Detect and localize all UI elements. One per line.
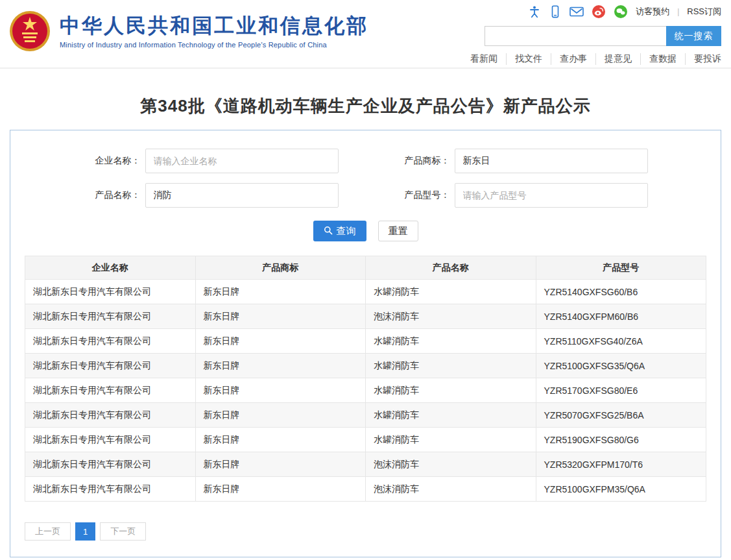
wechat-icon[interactable] (614, 5, 628, 19)
company-name-input[interactable] (145, 149, 339, 173)
table-cell: 湖北新东日专用汽车有限公司 (25, 280, 196, 304)
field-product-brand: 产品商标： (393, 149, 648, 173)
table-cell: 泡沫消防车 (366, 452, 536, 477)
table-cell: 湖北新东日专用汽车有限公司 (25, 354, 196, 378)
prev-page-button[interactable]: 上一页 (25, 522, 71, 541)
table-cell: YZR5110GXFSG40/Z6A (536, 329, 706, 354)
form-buttons: 查询 重置 (25, 221, 706, 241)
product-brand-input[interactable] (455, 149, 648, 173)
table-cell: 湖北新东日专用汽车有限公司 (25, 403, 196, 428)
site-subtitle: Ministry of Industry and Information Tec… (60, 41, 368, 49)
link-separator: | (677, 7, 679, 16)
product-name-label: 产品名称： (84, 189, 141, 201)
unified-search-input[interactable] (485, 26, 666, 46)
field-product-model: 产品型号： (393, 183, 648, 208)
weibo-icon[interactable] (592, 5, 606, 19)
table-row: 湖北新东日专用汽车有限公司新东日牌水罐消防车YZR5100GXFSG35/Q6A (25, 354, 706, 378)
table-cell: 泡沫消防车 (366, 304, 536, 329)
table-cell: 湖北新东日专用汽车有限公司 (25, 428, 196, 452)
table-cell: 水罐消防车 (366, 428, 536, 452)
nav-item-documents[interactable]: 找文件 (506, 53, 551, 65)
next-page-button[interactable]: 下一页 (100, 522, 146, 541)
table-row: 湖北新东日专用汽车有限公司新东日牌水罐消防车YZR5140GXFSG60/B6 (25, 280, 706, 304)
product-brand-label: 产品商标： (393, 155, 450, 167)
rss-subscribe-link[interactable]: RSS订阅 (687, 6, 721, 18)
nav-item-feedback[interactable]: 提意见 (595, 53, 640, 65)
column-header-company: 企业名称 (25, 256, 196, 280)
table-cell: YZR5320GXFPM170/T6 (536, 452, 706, 477)
nav-item-news[interactable]: 看新闻 (462, 53, 506, 65)
table-cell: 水罐消防车 (366, 280, 536, 304)
page: 中华人民共和国工业和信息化部 Ministry of Industry and … (0, 0, 731, 560)
query-button-label: 查询 (337, 225, 356, 237)
column-header-brand: 产品商标 (195, 256, 366, 280)
nav-item-services[interactable]: 查办事 (551, 53, 595, 65)
nav-item-complaint[interactable]: 要投诉 (685, 53, 721, 65)
company-name-label: 企业名称： (84, 155, 141, 167)
table-row: 湖北新东日专用汽车有限公司新东日牌水罐消防车YZR5170GXFSG80/E6 (25, 378, 706, 403)
table-cell: YZR5100GXFPM35/Q6A (536, 477, 706, 502)
table-row: 湖北新东日专用汽车有限公司新东日牌水罐消防车YZR5110GXFSG40/Z6A (25, 329, 706, 354)
query-panel: 企业名称： 产品商标： 产品名称： 产品型号： (10, 130, 721, 557)
table-cell: 湖北新东日专用汽车有限公司 (25, 378, 196, 403)
table-cell: 湖北新东日专用汽车有限公司 (25, 304, 196, 329)
table-body: 湖北新东日专用汽车有限公司新东日牌水罐消防车YZR5140GXFSG60/B6湖… (25, 280, 706, 502)
table-cell: YZR5170GXFSG80/E6 (536, 378, 706, 403)
column-header-model: 产品型号 (536, 256, 706, 280)
table-cell: 新东日牌 (195, 280, 366, 304)
table-row: 湖北新东日专用汽车有限公司新东日牌泡沫消防车YZR5140GXFPM60/B6 (25, 304, 706, 329)
table-cell: 泡沫消防车 (366, 477, 536, 502)
results-table: 企业名称 产品商标 产品名称 产品型号 湖北新东日专用汽车有限公司新东日牌水罐消… (25, 256, 706, 502)
table-cell: 水罐消防车 (366, 378, 536, 403)
table-cell: 水罐消防车 (366, 329, 536, 354)
national-emblem-logo (9, 10, 51, 52)
table-row: 湖北新东日专用汽车有限公司新东日牌水罐消防车YZR5070GXFSG25/B6A (25, 403, 706, 428)
table-head: 企业名称 产品商标 产品名称 产品型号 (25, 256, 706, 280)
table-cell: 新东日牌 (195, 378, 366, 403)
table-header-row: 企业名称 产品商标 产品名称 产品型号 (25, 256, 706, 280)
query-button[interactable]: 查询 (313, 221, 366, 241)
accessibility-icon[interactable] (528, 5, 541, 18)
mobile-icon[interactable] (549, 5, 562, 18)
product-name-input[interactable] (145, 183, 339, 208)
table-cell: 湖北新东日专用汽车有限公司 (25, 452, 196, 477)
field-company-name: 企业名称： (84, 149, 339, 173)
product-model-label: 产品型号： (393, 189, 450, 201)
form-row-1: 企业名称： 产品商标： (25, 149, 706, 173)
product-model-input[interactable] (455, 183, 648, 208)
table-cell: YZR5140GXFPM60/B6 (536, 304, 706, 329)
form-row-2: 产品名称： 产品型号： (25, 183, 706, 208)
column-header-product: 产品名称 (366, 256, 536, 280)
site-header: 中华人民共和国工业和信息化部 Ministry of Industry and … (0, 0, 731, 69)
table-cell: YZR5190GXFSG80/G6 (536, 428, 706, 452)
site-titles: 中华人民共和国工业和信息化部 Ministry of Industry and … (60, 14, 368, 48)
unified-search-button[interactable]: 统一搜索 (666, 26, 721, 46)
search-icon (324, 226, 333, 237)
table-cell: 水罐消防车 (366, 354, 536, 378)
table-cell: 湖北新东日专用汽车有限公司 (25, 477, 196, 502)
table-cell: 新东日牌 (195, 329, 366, 354)
reset-button[interactable]: 重置 (378, 221, 418, 241)
pagination: 上一页 1 下一页 (25, 522, 706, 541)
table-cell: 新东日牌 (195, 304, 366, 329)
table-row: 湖北新东日专用汽车有限公司新东日牌泡沫消防车YZR5100GXFPM35/Q6A (25, 477, 706, 502)
field-product-name: 产品名称： (84, 183, 339, 208)
header-brand: 中华人民共和国工业和信息化部 Ministry of Industry and … (9, 10, 368, 52)
unified-search: 统一搜索 (475, 26, 721, 46)
table-cell: 新东日牌 (195, 477, 366, 502)
table-cell: YZR5140GXFSG60/B6 (536, 280, 706, 304)
page-1-button[interactable]: 1 (75, 522, 95, 541)
page-title: 第348批《道路机动车辆生产企业及产品公告》新产品公示 (0, 95, 731, 117)
nav-item-data[interactable]: 查数据 (640, 53, 685, 65)
visitor-appointment-link[interactable]: 访客预约 (636, 6, 669, 18)
mail-icon[interactable] (569, 5, 584, 18)
table-cell: 新东日牌 (195, 403, 366, 428)
header-nav: 看新闻 找文件 查办事 提意见 查数据 要投诉 (475, 53, 721, 65)
table-cell: YZR5100GXFSG35/Q6A (536, 354, 706, 378)
table-cell: YZR5070GXFSG25/B6A (536, 403, 706, 428)
top-links: 访客预约 | RSS订阅 (475, 4, 721, 19)
table-cell: 新东日牌 (195, 354, 366, 378)
table-row: 湖北新东日专用汽车有限公司新东日牌泡沫消防车YZR5320GXFPM170/T6 (25, 452, 706, 477)
table-cell: 新东日牌 (195, 452, 366, 477)
table-row: 湖北新东日专用汽车有限公司新东日牌水罐消防车YZR5190GXFSG80/G6 (25, 428, 706, 452)
